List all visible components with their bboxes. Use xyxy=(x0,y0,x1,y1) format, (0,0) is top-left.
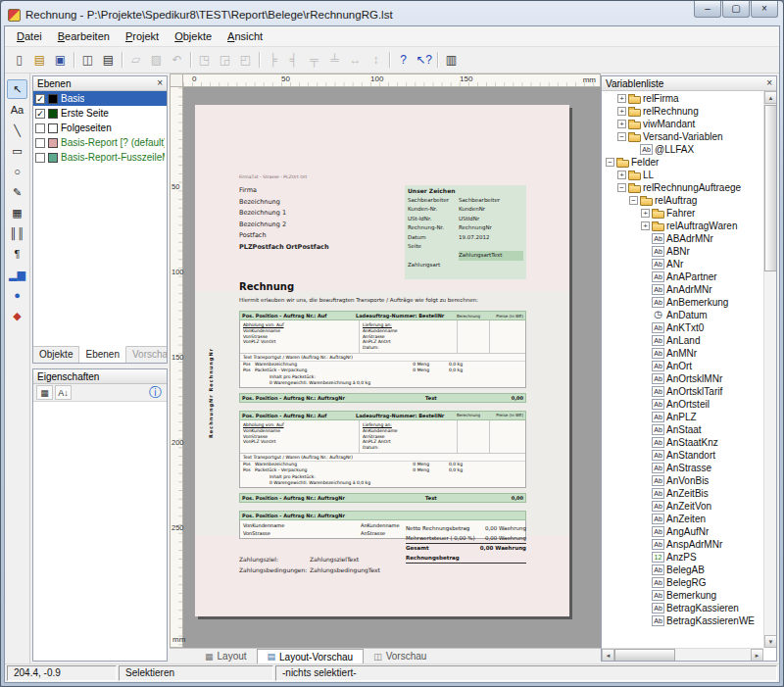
menu-bearbeiten[interactable]: Bearbeiten xyxy=(50,27,118,45)
tree-expander-icon[interactable] xyxy=(617,120,626,128)
align-top-button[interactable]: ╤ xyxy=(304,50,324,70)
report-page[interactable]: FirmaTxt - Strasse - PLZOrt Ort FirmaBez… xyxy=(195,105,569,616)
save-button[interactable]: ▣ xyxy=(50,50,71,70)
tree-item[interactable]: ABAdrMNr xyxy=(602,232,763,245)
vertical-scrollbar[interactable]: ▲ ▼ xyxy=(763,91,776,648)
tree-item[interactable]: Bemerkung xyxy=(602,589,763,602)
layer-row[interactable]: Basis xyxy=(33,91,167,106)
tree-item[interactable]: relAuftrag xyxy=(602,194,763,207)
tree-item[interactable]: BelegRG xyxy=(602,576,763,589)
scroll-up-icon[interactable]: ▲ xyxy=(764,91,776,104)
tree-item[interactable]: relFirma xyxy=(602,92,763,105)
scroll-right-icon[interactable]: ► xyxy=(751,649,763,662)
side-vertical-text-object[interactable]: RechnungNr RechnungNr xyxy=(208,340,214,438)
tree-item[interactable]: ABNr xyxy=(602,245,763,258)
info-block-object[interactable]: Unser Zeichen Sachbearbeiter Sachbearbei… xyxy=(405,185,526,279)
tree-item[interactable]: AnKTxt0 xyxy=(602,321,763,334)
scrollbar-thumb[interactable] xyxy=(614,649,675,662)
paste-button[interactable]: ▨ xyxy=(146,50,167,70)
align-bottom-button[interactable]: ╧ xyxy=(324,50,345,70)
horizontal-scrollbar[interactable]: ◄ ► xyxy=(602,648,763,661)
layer-row[interactable]: Basis-Report-FusszeileMitV xyxy=(33,150,167,165)
sort-alphabetical-button[interactable]: A↓ xyxy=(55,385,72,400)
invoice-title-object[interactable]: Rechnung xyxy=(239,281,294,292)
window-control-button[interactable]: – xyxy=(694,1,721,18)
separator[interactable] xyxy=(187,51,194,69)
tree-item[interactable]: AnMNr xyxy=(602,347,763,360)
totals-object[interactable]: Netto Rechnungsbetrag 0,00 Waehrung Mehr… xyxy=(406,524,526,564)
tree-item[interactable]: BetragKassierenWE xyxy=(602,614,763,627)
tab-layout-vorschau[interactable]: ▤ Layout-Vorschau xyxy=(257,649,365,663)
barcode-tool[interactable]: ║║ xyxy=(7,223,27,243)
line-tool[interactable]: ╲ xyxy=(7,121,27,140)
tree-item[interactable]: AnStaat xyxy=(602,423,763,436)
separator[interactable] xyxy=(119,51,125,69)
tree-item[interactable]: LL xyxy=(602,169,763,181)
tree-item[interactable]: Felder xyxy=(602,156,763,169)
tree-item[interactable]: BetragKassieren xyxy=(602,602,763,614)
drawing-tool[interactable]: ✎ xyxy=(7,182,27,202)
layer-checkbox[interactable] xyxy=(35,138,45,148)
separator[interactable] xyxy=(256,51,263,69)
rectangle-tool[interactable]: ▭ xyxy=(7,141,27,161)
tree-item[interactable]: AnVonBis xyxy=(602,474,763,487)
tree-item[interactable]: AnPLZ xyxy=(602,411,763,423)
tree-item[interactable]: AnOrtsklTarif xyxy=(602,385,763,398)
menu-objekte[interactable]: Objekte xyxy=(167,27,220,45)
tree-expander-icon[interactable] xyxy=(617,132,626,141)
payment-footer-object[interactable]: Zahlungsziel: ZahlungszielText Zahlungsb… xyxy=(239,555,380,575)
scrollbar-thumb[interactable] xyxy=(764,105,776,271)
tree-item[interactable]: AnOrtsteil xyxy=(602,398,763,411)
bring-to-front-button[interactable]: ◰ xyxy=(235,50,256,70)
ellipse-tool[interactable]: ○ xyxy=(7,162,27,181)
close-icon[interactable]: × xyxy=(157,78,163,88)
tree-item[interactable]: AnStandort xyxy=(602,449,763,462)
ungroup-button[interactable]: ◲ xyxy=(215,50,235,70)
tree-item[interactable]: AnDatum xyxy=(602,309,763,321)
layer-checkbox[interactable] xyxy=(35,123,45,133)
tree-item[interactable]: AnAdrMNr xyxy=(602,283,763,296)
separator[interactable] xyxy=(71,51,77,69)
tree-item[interactable]: AnOrt xyxy=(602,360,763,372)
window-control-button[interactable]: ▢ xyxy=(722,1,750,18)
properties-body[interactable] xyxy=(33,402,167,661)
menu-datei[interactable]: Datei xyxy=(9,27,50,45)
tree-expander-icon[interactable] xyxy=(617,94,626,103)
tree-item[interactable]: AnZeitBis xyxy=(602,487,763,500)
same-height-button[interactable]: ↕ xyxy=(366,50,386,70)
tree-item[interactable]: Versand-Variablen xyxy=(602,130,763,143)
ole-object-tool[interactable]: ● xyxy=(7,285,27,305)
separator[interactable] xyxy=(434,51,441,69)
align-right-button[interactable]: ╡ xyxy=(283,50,304,70)
tab-ebenen[interactable]: Ebenen xyxy=(79,346,125,363)
menu-projekt[interactable]: Projekt xyxy=(118,27,167,45)
tree-item[interactable]: AnZeiten xyxy=(602,513,763,525)
categorized-view-button[interactable]: ▦ xyxy=(36,385,53,400)
tree-item[interactable]: relAuftragWaren xyxy=(602,220,763,232)
tree-item[interactable]: AnZeitVon xyxy=(602,500,763,513)
tab-objekte[interactable]: Objekte xyxy=(33,347,79,363)
tree-item[interactable]: @LLFAX xyxy=(602,143,763,156)
formatted-text-tool[interactable]: ¶ xyxy=(7,244,27,264)
new-button[interactable]: ▯ xyxy=(9,50,29,70)
tree-item[interactable]: Fahrer xyxy=(602,207,763,220)
tree-item[interactable]: AnBemerkung xyxy=(602,296,763,309)
tree-item[interactable]: ANr xyxy=(602,258,763,270)
scroll-down-icon[interactable]: ▼ xyxy=(764,635,776,648)
tab-vorschau-bottom[interactable]: ◫ Vorschau xyxy=(364,649,436,663)
tree-expander-icon[interactable] xyxy=(617,171,626,179)
tree-item[interactable]: AnzPS xyxy=(602,551,763,564)
sender-line-object[interactable]: FirmaTxt - Strasse - PLZOrt Ort xyxy=(239,174,307,179)
tree-expander-icon[interactable] xyxy=(617,107,626,116)
report-table-object[interactable]: Pos. Position - Auftrag Nr.: Auf Ladeauf… xyxy=(239,311,526,539)
tab-vorschau[interactable]: Vorschau xyxy=(126,347,168,363)
close-icon[interactable]: × xyxy=(766,78,772,88)
tree-expander-icon[interactable] xyxy=(617,183,626,192)
order-block[interactable]: Pos. Position - Auftrag Nr.: Auf Ladeauf… xyxy=(239,411,526,503)
layer-row[interactable]: Folgeseiten xyxy=(33,121,167,135)
order-block[interactable]: Pos. Position - Auftrag Nr.: Auf Ladeauf… xyxy=(239,311,526,403)
scroll-left-icon[interactable]: ◄ xyxy=(602,649,614,662)
tree-expander-icon[interactable] xyxy=(629,196,638,205)
tree-item[interactable]: AngAufNr xyxy=(602,525,763,538)
intro-text-object[interactable]: Hiermit erlauben wir uns, die beauftragt… xyxy=(239,297,478,303)
